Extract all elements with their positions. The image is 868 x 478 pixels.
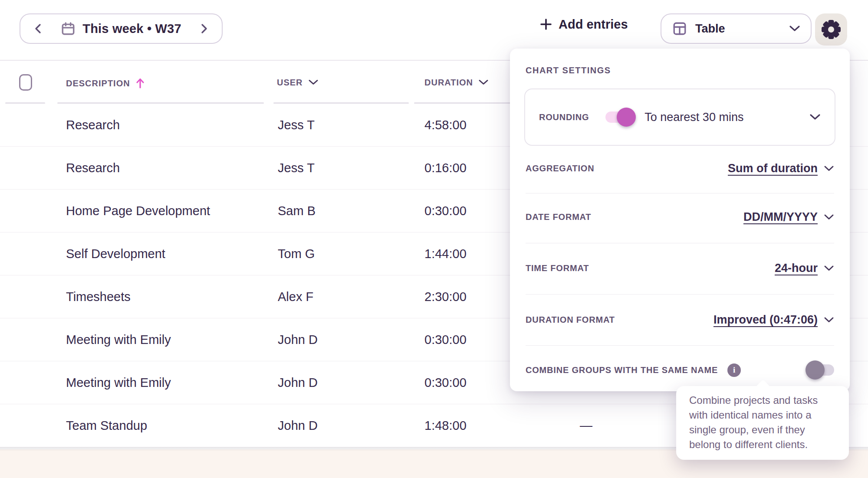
panel-title: CHART SETTINGS: [526, 65, 611, 75]
chevron-down-icon: [789, 25, 800, 32]
duration-format-label: DURATION FORMAT: [526, 315, 615, 325]
settings-button[interactable]: [815, 13, 847, 46]
user-cell: Alex F: [278, 275, 313, 318]
date-format-setting: DATE FORMAT DD/MM/YYYY: [526, 191, 834, 242]
duration-cell: 1:48:00: [424, 404, 467, 447]
aggregation-setting: AGGREGATION Sum of duration: [526, 143, 834, 194]
aggregation-dropdown[interactable]: Sum of duration: [728, 162, 834, 175]
table-view-icon: [672, 21, 687, 36]
column-header-description-label: DESCRIPTION: [66, 78, 130, 88]
tooltip-text: Combine projects and tasks with identica…: [689, 393, 838, 452]
user-cell: John D: [278, 361, 318, 404]
toolbar: This week • W37 Add entries: [0, 0, 868, 49]
combine-groups-tooltip: Combine projects and tasks with identica…: [676, 386, 849, 460]
combine-groups-label: COMBINE GROUPS WITH THE SAME NAME: [526, 365, 718, 375]
chevron-down-icon[interactable]: [809, 114, 821, 121]
date-format-dropdown[interactable]: DD/MM/YYYY: [743, 210, 834, 224]
toggle-knob: [806, 360, 825, 380]
chevron-down-icon: [824, 317, 834, 323]
description-cell: Self Development: [66, 232, 165, 275]
view-selector-label: Table: [695, 22, 725, 36]
description-cell: Meeting with Emily: [66, 361, 171, 404]
column-header-description[interactable]: DESCRIPTION: [66, 77, 145, 89]
duration-cell: 4:58:00: [424, 104, 467, 146]
add-entries-label: Add entries: [559, 17, 628, 32]
week-label: This week • W37: [82, 22, 181, 36]
rounding-setting: ROUNDING To nearest 30 mins: [524, 88, 835, 146]
gear-icon: [821, 20, 841, 39]
duration-format-setting: DURATION FORMAT Improved (0:47:06): [526, 294, 834, 345]
duration-cell: 0:30:00: [424, 318, 467, 361]
rounding-value: To nearest 30 mins: [644, 111, 743, 124]
chevron-left-icon: [33, 23, 43, 34]
calendar-icon: [61, 21, 76, 36]
user-cell: Jess T: [278, 104, 315, 146]
chevron-down-icon: [824, 165, 834, 172]
toggle-knob: [617, 108, 636, 127]
sort-ascending-icon: [135, 77, 145, 89]
chevron-down-icon: [478, 79, 489, 85]
date-format-label: DATE FORMAT: [526, 212, 591, 222]
week-display: This week • W37: [61, 21, 181, 36]
aggregation-label: AGGREGATION: [526, 164, 594, 174]
empty-value-dash: —: [580, 404, 592, 447]
duration-format-dropdown[interactable]: Improved (0:47:06): [713, 313, 834, 327]
aggregation-value: Sum of duration: [728, 162, 818, 175]
duration-cell: 2:30:00: [424, 275, 467, 318]
rounding-toggle[interactable]: [605, 111, 634, 123]
combine-groups-toggle[interactable]: [807, 364, 834, 376]
duration-cell: 1:44:00: [424, 232, 467, 275]
column-header-duration-label: DURATION: [424, 77, 473, 88]
column-header-duration[interactable]: DURATION: [424, 77, 489, 88]
info-icon[interactable]: i: [727, 363, 741, 377]
description-cell: Meeting with Emily: [66, 318, 171, 361]
date-format-value: DD/MM/YYYY: [743, 210, 818, 224]
duration-cell: 0:30:00: [424, 190, 467, 232]
chart-settings-panel: CHART SETTINGS ROUNDING To nearest 30 mi…: [510, 49, 850, 391]
description-cell: Research: [66, 147, 120, 189]
description-cell: Research: [66, 104, 120, 146]
column-header-user[interactable]: USER: [277, 77, 319, 88]
column-header-user-label: USER: [277, 77, 303, 88]
duration-format-value: Improved (0:47:06): [713, 313, 818, 327]
user-cell: Jess T: [278, 147, 315, 189]
chevron-down-icon: [824, 265, 834, 272]
duration-cell: 0:16:00: [424, 147, 467, 189]
chevron-down-icon: [308, 79, 319, 85]
select-all-checkbox[interactable]: [19, 74, 32, 91]
description-cell: Timesheets: [66, 275, 131, 318]
time-format-dropdown[interactable]: 24-hour: [775, 262, 834, 275]
rounding-label: ROUNDING: [539, 112, 589, 122]
time-format-label: TIME FORMAT: [526, 263, 589, 273]
description-cell: Home Page Development: [66, 190, 210, 232]
duration-cell: 0:30:00: [424, 361, 467, 404]
week-switcher: This week • W37: [20, 13, 223, 44]
timesheet-report-page: This week • W37 Add entries: [0, 0, 868, 478]
view-selector-dropdown[interactable]: Table: [661, 13, 812, 44]
next-week-button[interactable]: [197, 21, 211, 36]
description-cell: Team Standup: [66, 404, 147, 447]
chevron-down-icon: [824, 214, 834, 220]
plus-icon: [539, 18, 552, 31]
user-cell: Tom G: [278, 232, 315, 275]
time-format-value: 24-hour: [775, 262, 818, 275]
chevron-right-icon: [199, 23, 209, 34]
user-cell: John D: [278, 404, 318, 447]
add-entries-button[interactable]: Add entries: [539, 0, 628, 49]
user-cell: John D: [278, 318, 318, 361]
previous-week-button[interactable]: [31, 21, 46, 36]
time-format-setting: TIME FORMAT 24-hour: [526, 242, 834, 294]
user-cell: Sam B: [278, 190, 316, 232]
